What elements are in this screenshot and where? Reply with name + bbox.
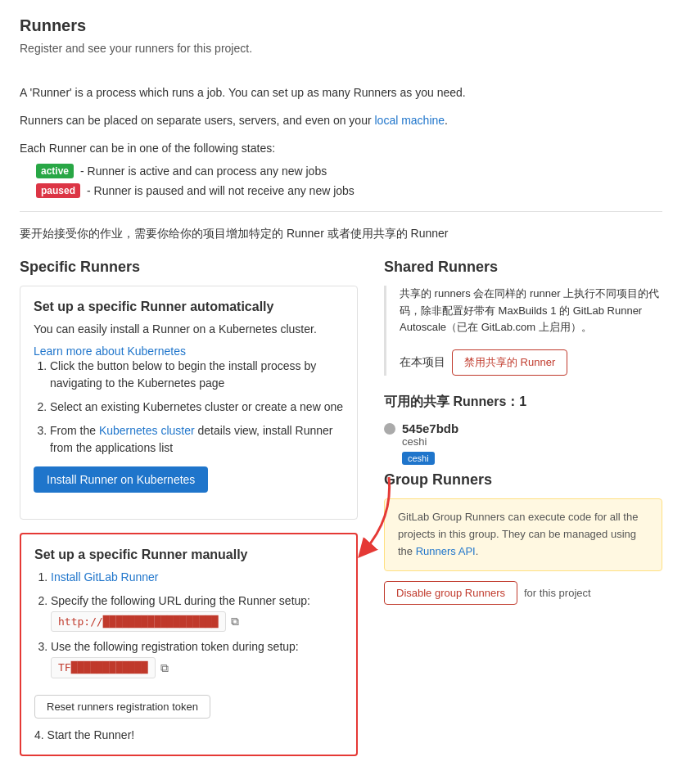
group-runners-heading: Group Runners: [384, 471, 662, 489]
manual-step-1: Install GitLab Runner: [51, 569, 343, 586]
shared-runners-section: Shared Runners 共享的 runners 会在同样的 runner …: [384, 259, 662, 465]
manual-step-3: Use the following registration token dur…: [51, 638, 343, 678]
divider-1: [20, 211, 662, 212]
paused-desc: - Runner is paused and will not receive …: [87, 184, 355, 197]
shared-runners-box: 共享的 runners 会在同样的 runner 上执行不同项目的代码，除非配置…: [384, 286, 662, 376]
auto-setup-heading: Set up a specific Runner automatically: [34, 300, 344, 314]
auto-step-1: Click the button below to begin the inst…: [50, 358, 344, 392]
active-desc: - Runner is active and can process any n…: [80, 164, 327, 178]
local-machine-link[interactable]: local machine: [374, 114, 445, 127]
install-runner-kubernetes-button[interactable]: Install Runner on Kubernetes: [34, 466, 208, 493]
auto-step-3: From the Kubernetes cluster details view…: [50, 422, 344, 457]
available-runners-count: 可用的共享 Runners：1: [384, 392, 662, 412]
states-list: active - Runner is active and can proces…: [20, 164, 662, 198]
reset-token-button[interactable]: Reset runners registration token: [34, 695, 210, 719]
token-copy-icon[interactable]: ⧉: [160, 660, 169, 677]
right-column: Shared Runners 共享的 runners 会在同样的 runner …: [384, 259, 662, 769]
specific-runners-heading: Specific Runners: [20, 259, 358, 276]
description-2: Runners can be placed on separate users,…: [20, 111, 662, 129]
shared-runners-heading: Shared Runners: [384, 259, 662, 276]
registration-token: TF████████████: [51, 657, 156, 678]
url-copy-icon[interactable]: ⧉: [231, 613, 239, 630]
runners-api-link[interactable]: Runners API: [416, 545, 476, 557]
url-line: http://██████████████████ ⧉: [51, 611, 343, 633]
states-label: Each Runner can be in one of the followi…: [20, 140, 662, 157]
auto-setup-steps: Click the button below to begin the inst…: [34, 358, 344, 457]
active-badge: active: [36, 164, 74, 178]
disable-shared-runner-button[interactable]: 禁用共享的 Runner: [452, 349, 567, 376]
group-runners-section: Group Runners GitLab Group Runners can e…: [384, 471, 662, 604]
runner-name: ceshi: [402, 435, 458, 448]
manual-setup-box: Set up a specific Runner manually Instal…: [20, 533, 358, 756]
description-1: A 'Runner' is a process which runs a job…: [20, 83, 662, 101]
manual-setup-heading: Set up a specific Runner manually: [34, 547, 343, 562]
kubernetes-cluster-link[interactable]: Kubernetes cluster: [99, 424, 195, 437]
project-label: 在本项目: [400, 355, 445, 370]
runner-item: 545e7bdb ceshi ceshi: [384, 421, 662, 465]
disable-group-row: Disable group Runners for this project: [384, 581, 662, 605]
shared-runners-desc: 共享的 runners 会在同样的 runner 上执行不同项目的代码，除非配置…: [400, 286, 662, 336]
disable-group-runners-button[interactable]: Disable group Runners: [384, 581, 517, 605]
runner-url: http://██████████████████: [51, 611, 226, 633]
page-subtitle: Register and see your runners for this p…: [20, 40, 662, 57]
manual-step-4: 4. Start the Runner!: [34, 728, 343, 741]
specific-runners-section: Specific Runners Set up a specific Runne…: [20, 259, 358, 769]
manual-setup-steps: Install GitLab Runner Specify the follow…: [34, 569, 343, 678]
two-column-layout: Specific Runners Set up a specific Runne…: [20, 259, 662, 769]
manual-step-2: Specify the following URL during the Run…: [51, 593, 343, 633]
disable-shared-row: 在本项目 禁用共享的 Runner: [400, 349, 662, 376]
auto-step-2: Select an existing Kubernetes cluster or…: [50, 399, 344, 416]
state-active: active - Runner is active and can proces…: [36, 164, 662, 178]
chinese-note: 要开始接受你的作业，需要你给你的项目增加特定的 Runner 或者使用共享的 R…: [20, 225, 662, 242]
group-runners-box: GitLab Group Runners can execute code fo…: [384, 498, 662, 570]
token-line: TF████████████ ⧉: [51, 657, 343, 678]
page-title: Runners: [20, 16, 662, 35]
paused-badge: paused: [36, 183, 80, 198]
runner-tag: ceshi: [402, 452, 435, 465]
auto-setup-box: Set up a specific Runner automatically Y…: [20, 286, 358, 520]
state-paused: paused - Runner is paused and will not r…: [36, 183, 662, 198]
for-project-label: for this project: [524, 587, 591, 599]
group-runners-desc-text: GitLab Group Runners can execute code fo…: [398, 511, 638, 557]
runner-details: 545e7bdb ceshi ceshi: [402, 421, 458, 465]
runner-status-dot: [384, 423, 395, 435]
auto-setup-desc: You can easily install a Runner on a Kub…: [34, 321, 344, 338]
learn-more-kubernetes-link[interactable]: Learn more about Kubernetes: [34, 345, 186, 358]
runner-id: 545e7bdb: [402, 421, 458, 435]
install-gitlab-runner-link[interactable]: Install GitLab Runner: [51, 570, 159, 583]
